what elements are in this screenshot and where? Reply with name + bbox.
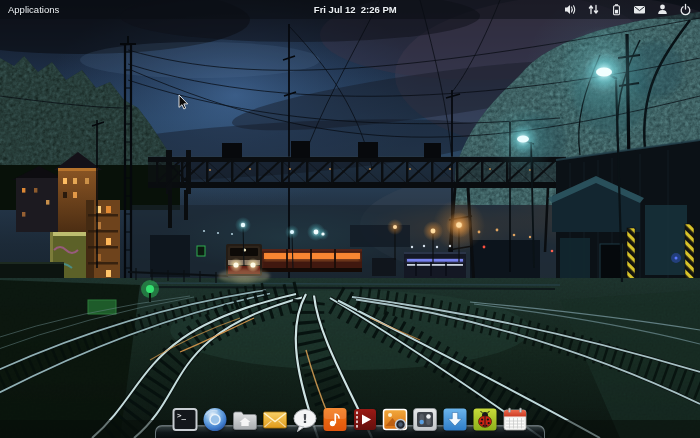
ladybug-icon xyxy=(472,406,499,433)
dock-item-software-updates[interactable] xyxy=(442,406,469,433)
applications-menu[interactable]: Applications xyxy=(0,0,67,19)
indicator-volume[interactable] xyxy=(559,0,582,19)
music-note-icon xyxy=(322,406,349,433)
dock-item-bug-reporter[interactable] xyxy=(472,406,499,433)
dock-item-mail[interactable] xyxy=(262,406,289,433)
browser-icon xyxy=(202,406,229,433)
network-arrows-icon xyxy=(587,3,600,16)
files-folder-icon xyxy=(232,406,259,433)
messages-bubble-icon: ! xyxy=(292,406,319,433)
dock-item-photos[interactable] xyxy=(382,406,409,433)
clock[interactable]: Fri Jul 12 2:26 PM xyxy=(303,0,396,26)
power-icon xyxy=(679,3,692,16)
dock-item-files[interactable] xyxy=(232,406,259,433)
dock-item-videos[interactable] xyxy=(352,406,379,433)
dock: >_ xyxy=(0,396,700,438)
settings-switches-icon xyxy=(412,406,439,433)
svg-text:!: ! xyxy=(302,411,308,426)
indicator-power[interactable] xyxy=(674,0,697,19)
dock-icons: >_ xyxy=(172,406,529,433)
indicator-mail[interactable] xyxy=(628,0,651,19)
indicator-network[interactable] xyxy=(582,0,605,19)
applications-label: Applications xyxy=(8,4,59,15)
dock-item-calendar[interactable] xyxy=(502,406,529,433)
photos-icon xyxy=(382,406,409,433)
calendar-icon xyxy=(502,406,529,433)
indicator-user[interactable] xyxy=(651,0,674,19)
dock-item-messages[interactable]: ! xyxy=(292,406,319,433)
top-panel: Applications Fri Jul 12 2:26 PM xyxy=(0,0,700,19)
mail-envelope-icon xyxy=(633,3,646,16)
battery-icon xyxy=(610,3,623,16)
wallpaper xyxy=(0,0,700,438)
indicator-battery[interactable] xyxy=(605,0,628,19)
user-icon xyxy=(656,3,669,16)
volume-icon xyxy=(564,3,577,16)
clock-label: Fri Jul 12 2:26 PM xyxy=(314,4,397,15)
videos-play-icon xyxy=(352,406,379,433)
download-arrow-icon xyxy=(442,406,469,433)
dock-item-web-browser[interactable] xyxy=(202,406,229,433)
dock-item-music[interactable] xyxy=(322,406,349,433)
dock-item-terminal[interactable]: >_ xyxy=(172,406,199,433)
desktop: Applications Fri Jul 12 2:26 PM xyxy=(0,0,700,438)
svg-text:>_: >_ xyxy=(177,411,187,420)
mail-icon xyxy=(262,406,289,433)
terminal-icon: >_ xyxy=(172,406,199,433)
dock-item-system-settings[interactable] xyxy=(412,406,439,433)
indicator-area xyxy=(559,0,700,19)
